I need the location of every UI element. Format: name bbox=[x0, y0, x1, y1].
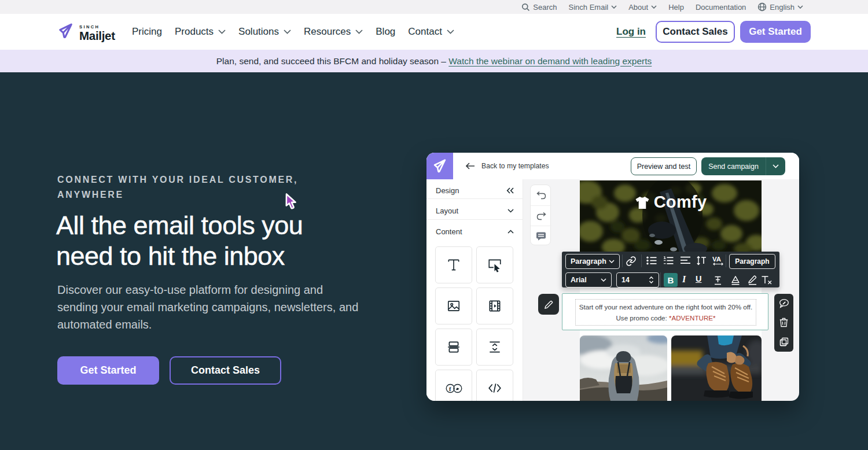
svg-text:f: f bbox=[449, 385, 451, 392]
svg-text:VA: VA bbox=[712, 256, 721, 263]
